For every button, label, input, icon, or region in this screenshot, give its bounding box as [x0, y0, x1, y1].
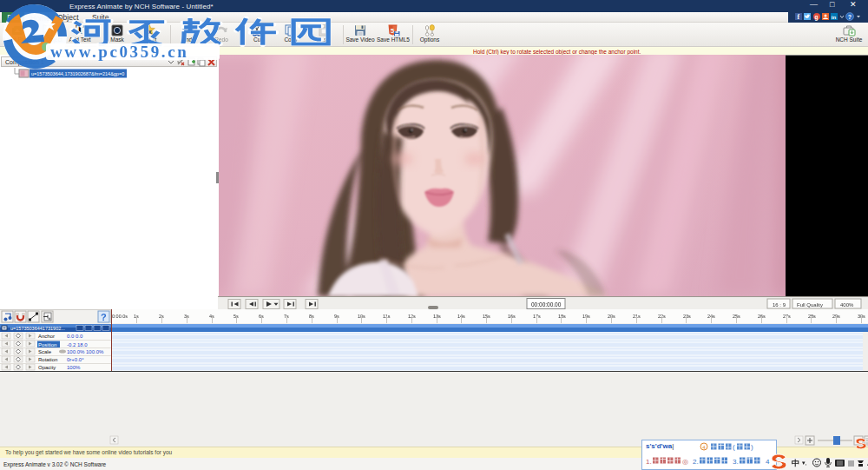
svg-text:100%: 100%: [67, 365, 81, 370]
svg-text:5: 5: [391, 27, 395, 35]
svg-text:23s: 23s: [683, 314, 691, 319]
svg-text:u=15735036441731902...: u=15735036441731902...: [10, 326, 65, 331]
svg-text:3.: 3.: [733, 458, 739, 466]
svg-text:Scale: Scale: [38, 349, 52, 354]
svg-text:2.: 2.: [693, 458, 699, 466]
svg-text:?: ?: [101, 312, 107, 322]
svg-text:16 : 9: 16 : 9: [773, 302, 786, 308]
svg-text:Opacity: Opacity: [38, 365, 56, 370]
svg-text:1.: 1.: [646, 458, 652, 466]
svg-text:-0.2 18.0: -0.2 18.0: [67, 342, 88, 348]
svg-text:g: g: [815, 14, 819, 21]
svg-text:0:00.0s: 0:00.0s: [112, 314, 128, 319]
svg-text:中: 中: [792, 459, 799, 467]
svg-text:28s: 28s: [808, 314, 816, 319]
svg-text:100.0% 100.0%: 100.0% 100.0%: [67, 349, 104, 354]
svg-text:4: 4: [702, 445, 706, 450]
svg-text:): ): [751, 443, 753, 451]
svg-text:Position: Position: [38, 342, 56, 348]
svg-text:(: (: [733, 443, 735, 451]
svg-text:Full Quality: Full Quality: [797, 302, 823, 308]
svg-text:Rotation: Rotation: [38, 357, 57, 362]
svg-text:400%: 400%: [840, 302, 854, 308]
svg-text:www.pc0359.cn: www.pc0359.cn: [50, 43, 188, 61]
svg-text:?: ?: [848, 14, 852, 20]
svg-text:in: in: [832, 15, 837, 20]
svg-text:▾,: ▾,: [802, 460, 807, 466]
svg-text:◎: ◎: [682, 458, 688, 466]
svg-text:Anchor: Anchor: [38, 334, 55, 339]
svg-text:0.0 0.0: 0.0 0.0: [67, 334, 83, 339]
svg-text:18s: 18s: [558, 314, 566, 319]
svg-text:00:00:00.00: 00:00:00.00: [531, 301, 562, 308]
svg-text:0r+0.0°: 0r+0.0°: [67, 357, 84, 362]
